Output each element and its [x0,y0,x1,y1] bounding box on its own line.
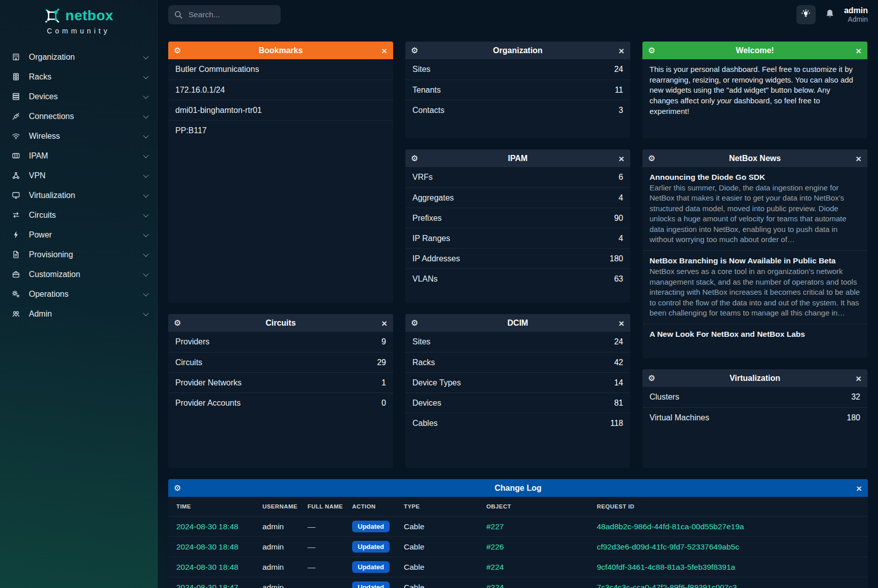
time-link[interactable]: 2024-08-30 18:48 [176,522,262,531]
transit-icon [11,210,21,220]
close-icon[interactable]: × [381,46,387,55]
sidebar-item-circuits[interactable]: Circuits [0,205,157,225]
bookmark-item[interactable]: 172.16.0.1/24 [168,80,393,100]
object-link[interactable]: #224 [486,583,597,588]
gear-icon[interactable]: ⚙ [174,47,181,55]
stat-row: VRFs6 [405,167,630,187]
request-id-link[interactable]: 7c3c4c3c-cca0-47f2-89f6-f89391c007c3 [597,583,868,588]
sidebar-item-racks[interactable]: Racks [0,67,157,87]
search-input[interactable] [168,5,281,24]
stat-row: Sites24 [405,332,630,352]
brand-subtitle: Community [0,27,157,35]
stat-row: Providers9 [168,332,393,352]
request-id-link[interactable]: 48ad8b2c-986d-44fd-81ca-00d55b27e19a [597,522,868,531]
sidebar-item-organization[interactable]: Organization [0,47,157,67]
close-icon[interactable]: × [856,483,862,493]
netbox-logo[interactable]: netbox [0,7,157,24]
column-header: Object [486,503,597,509]
column-header: Action [352,503,404,509]
stat-row: Aggregates4 [405,187,630,208]
stat-row: Tenants11 [405,80,630,100]
sidebar-item-provisioning[interactable]: Provisioning [0,245,157,264]
sidebar-item-wireless[interactable]: Wireless [0,126,157,146]
notifications-button[interactable] [825,9,835,21]
gear-icon[interactable]: ⚙ [648,154,655,163]
ipam-body: VRFs6 Aggregates4 Prefixes90 IP Ranges4 … [405,167,630,303]
gear-icon[interactable]: ⚙ [411,319,418,327]
bookmark-item[interactable]: dmi01-binghamton-rtr01 [168,100,393,120]
gear-icon[interactable]: ⚙ [648,374,655,382]
time-link[interactable]: 2024-08-30 18:47 [176,583,262,588]
table-row: 2024-08-30 18:48 admin — Updated Cable #… [168,536,868,557]
gear-icon[interactable]: ⚙ [174,484,181,492]
time-link[interactable]: 2024-08-30 18:48 [176,563,262,572]
widget-title: DCIM [508,319,528,328]
sidebar-item-vpn[interactable]: VPN [0,166,157,185]
request-id-link[interactable]: 9cf40fdf-3461-4c88-81a3-5feb39f8391a [597,563,868,572]
bookmark-item[interactable]: Butler Communications [168,59,393,80]
circuits-body: Providers9 Circuits29 Provider Networks1… [168,332,393,468]
widget-dcim: ⚙ DCIM × Sites24 Racks42 Device Types14 … [405,314,630,468]
gear-icon[interactable]: ⚙ [411,47,418,55]
close-icon[interactable]: × [619,46,624,55]
close-icon[interactable]: × [619,318,624,328]
close-icon[interactable]: × [856,46,861,55]
gear-icon[interactable]: ⚙ [174,319,181,327]
close-icon[interactable]: × [381,318,387,328]
gear-icon[interactable]: ⚙ [411,154,418,163]
virtualization-body: Clusters32 Virtual Machines180 [642,387,867,468]
widget-title: Change Log [494,484,541,493]
widget-title: Organization [493,46,543,55]
server-icon [11,92,21,101]
chevron-down-icon [143,310,148,316]
news-headline[interactable]: Announcing the Diode Go SDK [650,173,860,182]
dcim-body: Sites24 Racks42 Device Types14 Devices81… [405,332,630,468]
sidebar-item-admin[interactable]: Admin [0,304,157,324]
bolt-icon [11,230,21,240]
stat-row: Sites24 [405,59,630,80]
sidebar-item-ipam[interactable]: IPAM [0,146,157,166]
theme-toggle-button[interactable] [796,5,816,24]
chevron-down-icon [143,132,148,138]
sidebar-item-operations[interactable]: Operations [0,284,157,304]
close-icon[interactable]: × [856,373,861,383]
chevron-down-icon [143,152,148,158]
users-icon [11,309,21,319]
object-link[interactable]: #224 [486,563,597,572]
gear-icon[interactable]: ⚙ [648,47,655,55]
news-headline[interactable]: A New Look For NetBox and NetBox Labs [650,330,860,339]
gears-icon [11,289,21,299]
news-summary: NetBox serves as a core tool in an organ… [650,266,860,318]
sidebar-item-connections[interactable]: Connections [0,106,157,126]
news-headline[interactable]: NetBox Branching is Now Available in Pub… [650,256,860,265]
brand-name: netbox [65,8,113,24]
close-icon[interactable]: × [856,153,861,163]
stat-row: IP Addresses180 [405,248,630,268]
sidebar-item-power[interactable]: Power [0,225,157,245]
sidebar-item-customization[interactable]: Customization [0,264,157,284]
object-link[interactable]: #226 [486,542,597,552]
document-icon [11,250,21,259]
stat-row: Contacts3 [405,100,630,120]
stat-row: Prefixes90 [405,208,630,228]
table-row: 2024-08-30 18:48 admin — Updated Cable #… [168,516,868,536]
object-link[interactable]: #227 [486,522,597,531]
request-id-link[interactable]: cf92d3e6-d09d-41fc-9fd7-52337649ab5c [597,542,868,552]
stat-row: Provider Accounts0 [168,393,393,413]
chevron-down-icon [143,191,148,197]
close-icon[interactable]: × [619,153,624,163]
table-header-row: Time Username Full Name Action Type Obje… [168,497,868,516]
search-icon [174,10,183,21]
sidebar-item-devices[interactable]: Devices [0,87,157,106]
time-link[interactable]: 2024-08-30 18:48 [176,542,262,552]
ipam-icon [11,151,21,161]
stat-row: Clusters32 [642,387,867,407]
bookmark-item[interactable]: PP:B117 [168,120,393,140]
chevron-down-icon [143,251,148,256]
sidebar-item-virtualization[interactable]: Virtualization [0,185,157,205]
widget-title: NetBox News [729,154,781,163]
widget-title: IPAM [508,154,528,163]
user-menu[interactable]: admin Admin [844,6,868,23]
widget-welcome: ⚙ Welcome! × This is your personal dashb… [642,42,867,138]
column-1: ⚙ Bookmarks × Butler Communications 172.… [168,42,393,468]
